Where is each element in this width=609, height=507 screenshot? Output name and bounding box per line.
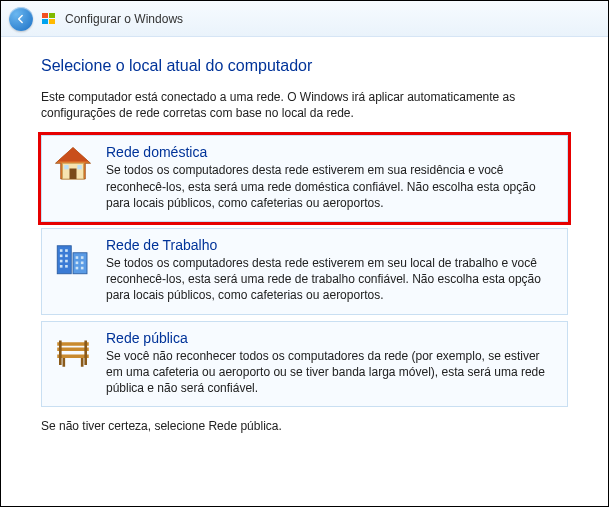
back-button[interactable] [9, 7, 33, 31]
svg-rect-28 [57, 354, 89, 358]
svg-rect-26 [57, 342, 89, 346]
option-title: Rede pública [106, 330, 557, 346]
svg-rect-25 [81, 267, 84, 270]
titlebar: Configurar o Windows [1, 1, 608, 37]
svg-rect-15 [65, 254, 68, 257]
option-desc: Se todos os computadores desta rede esti… [106, 255, 557, 304]
footer-note: Se não tiver certeza, selecione Rede púb… [41, 419, 568, 433]
windows-flag-icon [41, 11, 57, 27]
option-work-network[interactable]: Rede de Trabalho Se todos os computadore… [41, 228, 568, 315]
arrow-left-icon [14, 12, 28, 26]
svg-rect-19 [65, 265, 68, 268]
option-public-network[interactable]: Rede pública Se você não reconhecer todo… [41, 321, 568, 408]
svg-rect-9 [77, 165, 81, 169]
svg-rect-2 [42, 19, 48, 24]
svg-marker-6 [57, 148, 89, 162]
svg-rect-24 [76, 267, 79, 270]
svg-rect-23 [81, 261, 84, 264]
svg-rect-12 [60, 249, 63, 252]
svg-rect-16 [60, 260, 63, 263]
park-bench-icon [52, 330, 94, 372]
option-home-network[interactable]: Rede doméstica Se todos os computadores … [41, 135, 568, 222]
svg-rect-29 [59, 340, 62, 365]
svg-rect-17 [65, 260, 68, 263]
option-desc: Se todos os computadores desta rede esti… [106, 162, 557, 211]
svg-rect-32 [81, 358, 84, 367]
svg-rect-3 [49, 19, 55, 24]
svg-rect-8 [64, 165, 68, 169]
office-buildings-icon [52, 237, 94, 279]
svg-rect-0 [42, 13, 48, 18]
option-body: Rede doméstica Se todos os computadores … [106, 144, 557, 211]
svg-rect-20 [76, 256, 79, 259]
option-body: Rede pública Se você não reconhecer todo… [106, 330, 557, 397]
svg-rect-1 [49, 13, 55, 18]
svg-rect-18 [60, 265, 63, 268]
svg-rect-21 [81, 256, 84, 259]
svg-rect-7 [70, 169, 77, 180]
svg-rect-30 [84, 340, 87, 365]
option-title: Rede doméstica [106, 144, 557, 160]
svg-rect-22 [76, 261, 79, 264]
page-heading: Selecione o local atual do computador [41, 57, 568, 75]
window-title: Configurar o Windows [65, 12, 183, 26]
svg-rect-27 [57, 347, 89, 351]
svg-rect-14 [60, 254, 63, 257]
intro-text: Este computador está conectado a uma red… [41, 89, 568, 121]
svg-rect-31 [63, 358, 66, 367]
option-body: Rede de Trabalho Se todos os computadore… [106, 237, 557, 304]
option-title: Rede de Trabalho [106, 237, 557, 253]
option-desc: Se você não reconhecer todos os computad… [106, 348, 557, 397]
content-area: Selecione o local atual do computador Es… [1, 37, 608, 443]
svg-rect-10 [57, 246, 71, 274]
svg-rect-13 [65, 249, 68, 252]
svg-rect-11 [73, 253, 87, 274]
house-icon [52, 144, 94, 186]
